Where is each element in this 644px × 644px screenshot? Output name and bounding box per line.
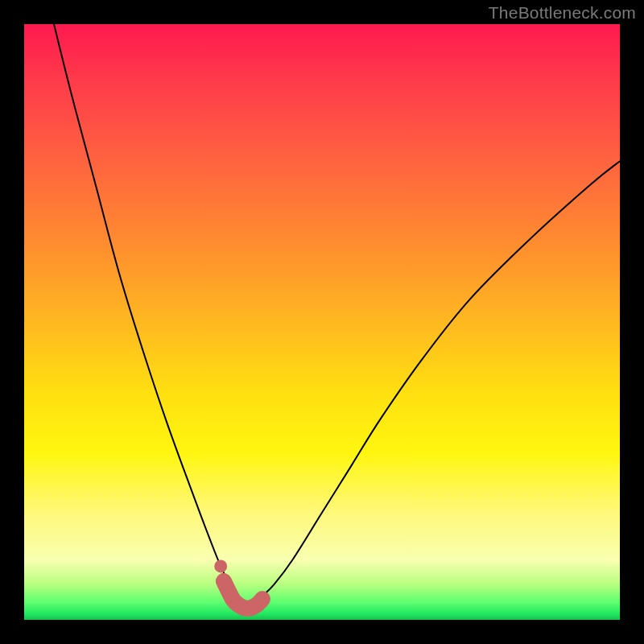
watermark-text: TheBottleneck.com (489, 3, 636, 23)
optimal-dot (214, 559, 227, 572)
chart-frame: TheBottleneck.com (0, 0, 644, 644)
plot-area (24, 24, 620, 620)
chart-svg (24, 24, 620, 620)
bottleneck-curve (54, 24, 620, 609)
optimal-range-highlight (224, 581, 262, 609)
